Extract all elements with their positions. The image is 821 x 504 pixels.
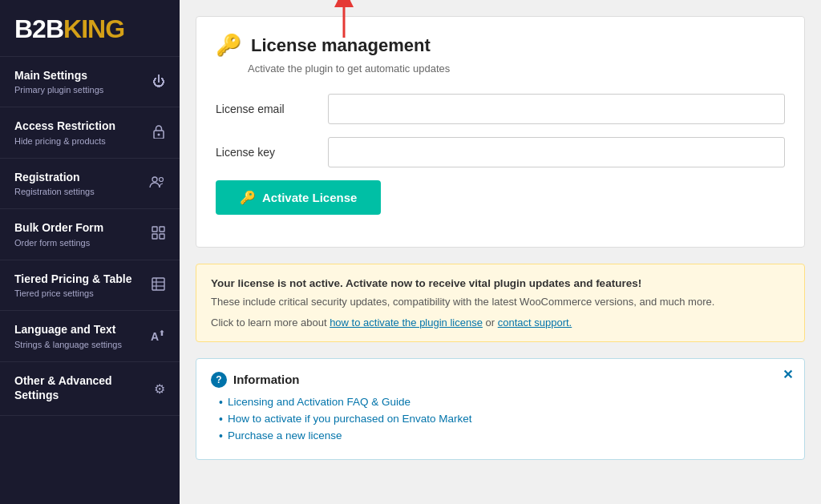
warning-link-prefix: Click to learn more about (211, 317, 330, 329)
purchase-license-link[interactable]: Purchase a new license (228, 429, 342, 442)
sidebar-item-main-settings[interactable]: Main Settings Primary plugin settings ⏻ (0, 57, 180, 107)
envato-activation-link[interactable]: How to activate if you purchased on Enva… (228, 413, 472, 425)
key-icon: 🔑 (216, 33, 241, 58)
svg-point-2 (152, 177, 157, 182)
grid-icon (152, 226, 165, 243)
license-card: 🔑 License management Activate the plugin… (196, 16, 805, 248)
svg-rect-8 (152, 278, 164, 290)
list-item: How to activate if you purchased on Enva… (219, 413, 790, 425)
svg-rect-4 (152, 227, 157, 232)
sidebar-item-bulk-order-form[interactable]: Bulk Order Form Order form settings (0, 209, 180, 260)
key-label: License key (216, 146, 328, 159)
license-key-input[interactable] (328, 137, 785, 167)
license-email-input[interactable] (328, 94, 785, 124)
info-box: ? Information ✕ Licensing and Activation… (196, 358, 805, 460)
activate-plugin-license-link[interactable]: how to activate the plugin license (330, 317, 483, 329)
sidebar-nav: Main Settings Primary plugin settings ⏻ … (0, 57, 180, 504)
contact-support-link[interactable]: contact support. (498, 317, 572, 329)
main-content: 🔑 License management Activate the plugin… (180, 0, 821, 504)
faq-guide-link[interactable]: Licensing and Activation FAQ & Guide (228, 396, 410, 408)
svg-rect-6 (152, 234, 157, 239)
sidebar-item-tiered-pricing[interactable]: Tiered Pricing & Table Tiered price sett… (0, 260, 180, 311)
info-title: Information (233, 373, 300, 386)
license-key-group: License key (216, 137, 785, 167)
svg-rect-7 (160, 234, 164, 239)
info-list: Licensing and Activation FAQ & Guide How… (211, 396, 790, 442)
warning-title: Your license is not active. Activate now… (211, 277, 790, 289)
table-icon (152, 277, 165, 294)
warning-or: or (483, 317, 498, 329)
info-header: ? Information (211, 372, 790, 388)
language-icon: A⬆ (151, 329, 165, 343)
logo-king: KING (63, 14, 124, 43)
sidebar-logo: B2BKING (0, 0, 180, 57)
svg-marker-13 (338, 0, 350, 1)
gear-icon: ⚙ (154, 381, 165, 397)
warning-text: These include critical security updates,… (211, 294, 790, 310)
license-header: 🔑 License management (216, 33, 785, 58)
activate-license-button[interactable]: 🔑 Activate License (216, 180, 381, 215)
license-subtitle: Activate the plugin to get automatic upd… (248, 62, 785, 75)
svg-rect-5 (160, 227, 164, 232)
sidebar: B2BKING Main Settings Primary plugin set… (0, 0, 180, 504)
users-icon (149, 175, 165, 192)
activate-button-label: Activate License (262, 191, 357, 204)
license-email-group: License email (216, 94, 785, 124)
info-close-button[interactable]: ✕ (783, 369, 793, 381)
list-item: Licensing and Activation FAQ & Guide (219, 396, 790, 409)
power-icon: ⏻ (152, 75, 165, 89)
list-item: Purchase a new license (219, 429, 790, 442)
email-label: License email (216, 103, 328, 115)
sidebar-item-other-advanced[interactable]: Other & Advanced Settings ⚙ (0, 362, 180, 416)
sidebar-item-registration[interactable]: Registration Registration settings (0, 159, 180, 209)
warning-box: Your license is not active. Activate now… (196, 264, 805, 342)
button-key-icon: 🔑 (240, 190, 256, 205)
sidebar-item-access-restriction[interactable]: Access Restriction Hide pricing & produc… (0, 107, 180, 158)
svg-point-3 (160, 178, 164, 182)
sidebar-item-language-text[interactable]: Language and Text Strings & language set… (0, 311, 180, 361)
svg-point-1 (158, 133, 160, 135)
info-icon: ? (211, 372, 227, 388)
warning-links: Click to learn more about how to activat… (211, 317, 790, 329)
logo: B2BKING (14, 16, 165, 42)
lock-icon (152, 124, 165, 142)
logo-b2b: B2B (14, 14, 63, 43)
red-arrow-annotation (328, 0, 360, 42)
